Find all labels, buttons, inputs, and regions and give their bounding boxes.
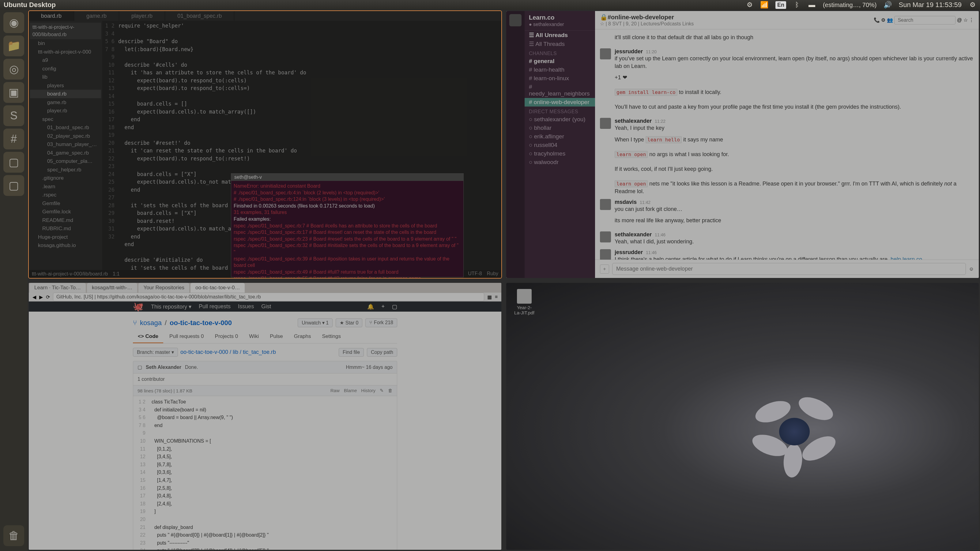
repo-action-button[interactable]: ★ Star 0 <box>336 318 362 327</box>
desktop-workspace[interactable]: Year-2-La-JIT.pdf <box>506 283 979 550</box>
url-input[interactable]: GitHub, Inc. [US] | https://github.com/k… <box>53 293 484 301</box>
code-action-button[interactable]: Blame <box>344 388 357 393</box>
editor-tab[interactable]: game.rb <box>74 11 119 21</box>
channel-name[interactable]: 🔒#online-web-developer <box>600 13 694 21</box>
launcher-sublime[interactable]: S <box>3 105 24 126</box>
repo-tab[interactable]: Settings <box>317 330 346 343</box>
slack-sidebar-item[interactable]: # learn-on-linux <box>525 74 595 83</box>
browser-tab[interactable]: kosaga/ttt-with-… <box>87 283 137 293</box>
browser-tab[interactable]: Your Repositories <box>138 283 189 293</box>
tree-item[interactable]: game.rb <box>30 98 101 107</box>
slack-team-name[interactable]: Learn.co ● sethalexander <box>525 11 595 30</box>
volume-icon[interactable]: 🔊 <box>884 1 891 9</box>
slack-team-switcher[interactable] <box>506 11 525 278</box>
star-icon[interactable]: ☆ <box>964 17 968 23</box>
at-icon[interactable]: @ <box>957 17 962 23</box>
branch-selector[interactable]: Branch: master ▾ <box>133 348 178 357</box>
battery-icon[interactable]: ▬ <box>808 1 816 9</box>
lang-indicator[interactable]: En <box>775 1 786 9</box>
commit-author[interactable]: Seth Alexander <box>146 365 181 370</box>
repo-tab[interactable]: Graphs <box>289 330 316 343</box>
gh-nav-item[interactable]: Issues <box>238 303 254 310</box>
code-action-button[interactable]: History <box>361 388 375 393</box>
msg-user[interactable]: sethalexander <box>615 118 652 124</box>
plus-icon[interactable]: + <box>381 303 385 310</box>
msg-user[interactable]: msdavis <box>615 199 637 205</box>
bluetooth-icon[interactable]: ᛒ <box>794 1 801 9</box>
github-logo-icon[interactable]: 🐙 <box>133 302 144 311</box>
slack-sidebar-item[interactable]: ○ erik.aflinger <box>525 132 595 141</box>
terminal-panel[interactable]: seth@seth-v NameError: uninitialized con… <box>231 173 464 277</box>
tree-item[interactable]: .gitignore <box>30 174 101 183</box>
file-tree[interactable]: ttt-with-ai-project-v-000/lib/board.rb b… <box>29 21 102 270</box>
browser-window[interactable]: Learn · Tic-Tac-To…kosaga/ttt-with-…Your… <box>29 283 501 550</box>
code-action-button[interactable]: ✎ <box>380 388 384 393</box>
commit-msg[interactable]: Done. <box>185 365 198 370</box>
avatar[interactable] <box>600 48 611 59</box>
tree-item[interactable]: README.md <box>30 216 101 225</box>
code-action-button[interactable]: 🗑 <box>388 388 393 393</box>
settings-icon[interactable]: ⚙ <box>881 17 885 23</box>
repo-tab[interactable]: <> Code <box>133 330 163 343</box>
forward-icon[interactable]: ▶ <box>39 294 43 300</box>
msg-user[interactable]: jessrudder <box>615 249 643 256</box>
gh-nav-item[interactable]: Pull requests <box>199 303 231 310</box>
repo-tab[interactable]: Wiki <box>244 330 264 343</box>
launcher-app2[interactable]: ▢ <box>3 175 24 196</box>
launcher-chrome[interactable]: ◎ <box>3 59 24 79</box>
tree-item[interactable]: spec_helper.rb <box>30 166 101 174</box>
slack-sidebar-item[interactable]: ☰ All Threads <box>525 40 595 48</box>
avatar[interactable]: ▢ <box>392 303 397 310</box>
tree-item[interactable]: ttt-with-ai-project-v-000 <box>30 48 101 56</box>
slack-sidebar-item[interactable]: # learn-health <box>525 65 595 74</box>
slack-sidebar-item[interactable]: ○ sethalexander (you) <box>525 115 595 124</box>
tree-item[interactable]: 01_board_spec.rb <box>30 123 101 132</box>
tree-item[interactable]: .rspec <box>30 191 101 199</box>
repo-action-button[interactable]: ⑂ Fork 218 <box>365 318 397 327</box>
launcher-slack[interactable]: # <box>3 129 24 149</box>
editor-tab[interactable]: 01_board_spec.rb <box>165 11 234 21</box>
launcher-dash[interactable]: ◉ <box>3 12 24 33</box>
file-action-button[interactable]: Find file <box>339 348 364 357</box>
editor-window[interactable]: board.rbgame.rbplayer.rb01_board_spec.rb… <box>29 11 501 278</box>
slack-sidebar-item[interactable]: ○ walwoodr <box>525 158 595 167</box>
tree-item[interactable]: RUBRIC.md <box>30 224 101 233</box>
tree-item[interactable]: 02_player_spec.rb <box>30 132 101 140</box>
tree-item[interactable]: 03_human_player_… <box>30 140 101 149</box>
add-attachment-button[interactable]: + <box>600 265 609 274</box>
tree-item[interactable]: Gemfile.lock <box>30 208 101 216</box>
extension-icon[interactable]: ▦ <box>487 294 492 300</box>
launcher-terminal[interactable]: ▣ <box>3 82 24 103</box>
msg-user[interactable]: sethalexander <box>615 232 652 238</box>
team-badge[interactable] <box>509 14 522 26</box>
phone-icon[interactable]: 📞 <box>874 17 880 23</box>
repo-owner[interactable]: kosaga <box>140 319 162 327</box>
repo-tab[interactable]: Pulse <box>265 330 288 343</box>
avatar[interactable] <box>600 118 611 129</box>
tree-item[interactable]: Huge-project <box>30 233 101 241</box>
members-icon[interactable]: 👥 <box>887 17 893 23</box>
launcher-app[interactable]: ▢ <box>3 152 24 173</box>
tree-item[interactable]: board.rb <box>30 90 101 98</box>
slack-sidebar-item[interactable]: # needy_learn_neighbors <box>525 83 595 98</box>
tree-item[interactable]: spec <box>30 115 101 124</box>
gh-nav-item[interactable]: Gist <box>261 303 271 310</box>
tree-item[interactable]: Gemfile <box>30 199 101 208</box>
desktop-file-icon[interactable]: Year-2-La-JIT.pdf <box>514 289 535 315</box>
file-action-button[interactable]: Copy path <box>367 348 397 357</box>
search-input[interactable] <box>894 16 956 24</box>
slack-search[interactable]: 📞 ⚙ 👥 @ ☆ ⋮ <box>874 16 974 24</box>
notification-icon[interactable]: 🔔 <box>367 303 374 310</box>
avatar[interactable] <box>600 232 611 243</box>
slack-sidebar-item[interactable]: # general <box>525 57 595 65</box>
slack-sidebar-item[interactable]: ○ bhollar <box>525 124 595 132</box>
repo-name[interactable]: oo-tic-tac-toe-v-000 <box>170 319 232 327</box>
slack-sidebar-item[interactable]: ☰ All Unreads <box>525 30 595 40</box>
reload-icon[interactable]: ⟳ <box>46 294 50 300</box>
tree-item[interactable]: .learn <box>30 183 101 191</box>
slack-sidebar-item[interactable]: # online-web-developer <box>525 98 595 106</box>
avatar[interactable] <box>600 249 611 260</box>
tree-item[interactable]: a9 <box>30 56 101 65</box>
tree-item[interactable]: 05_computer_pla… <box>30 157 101 166</box>
editor-tab[interactable]: board.rb <box>29 11 74 21</box>
